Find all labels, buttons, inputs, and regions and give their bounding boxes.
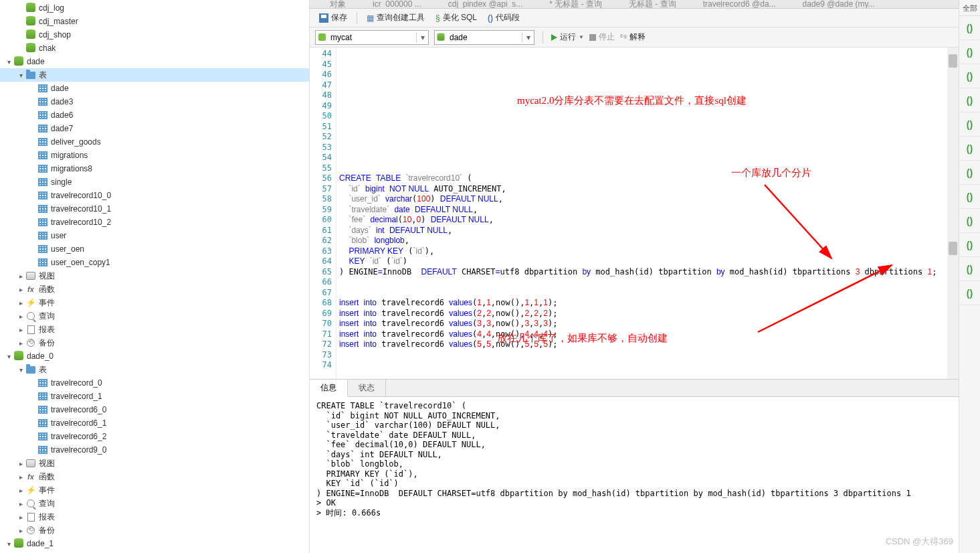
tree-item-travelrecord6_2[interactable]: travelrecord6_2 xyxy=(0,430,309,443)
expand-toggle[interactable]: ▸ xyxy=(16,473,25,481)
tree-item-表[interactable]: ▾表 xyxy=(0,363,309,376)
snippet-item[interactable]: () xyxy=(959,40,980,64)
tree-item-cdj_master[interactable]: cdj_master xyxy=(0,15,309,28)
tree-item-cdj_shop[interactable]: cdj_shop xyxy=(0,28,309,42)
tree-item-user_oen_copy1[interactable]: user_oen_copy1 xyxy=(0,256,309,269)
editor-tab[interactable]: icr_000000 ... xyxy=(373,0,421,9)
expand-toggle[interactable]: ▸ xyxy=(16,527,25,534)
tree-item-travelrecord9_0[interactable]: travelrecord9_0 xyxy=(0,443,309,457)
snippet-item[interactable]: () xyxy=(959,185,980,209)
expand-toggle[interactable]: ▾ xyxy=(16,366,25,374)
tree-item-dade3[interactable]: dade3 xyxy=(0,95,309,108)
annotation-1: mycat2.0分库分表不需要在去配置文件，直接sql创建 xyxy=(517,94,747,107)
tree-item-cdj_log[interactable]: cdj_log xyxy=(0,1,309,15)
tree-item-报表[interactable]: ▸报表 xyxy=(0,323,309,336)
code-snippet-button[interactable]: ()代码段 xyxy=(484,11,524,25)
right-sidebar-header[interactable]: 全部 xyxy=(959,0,980,16)
tree-item-travelrecord10_0[interactable]: travelrecord10_0 xyxy=(0,189,309,202)
results-output[interactable]: CREATE TABLE `travelrecord10` ( `id` big… xyxy=(310,397,959,553)
tab-info[interactable]: 信息 xyxy=(310,380,348,397)
sql-editor[interactable]: 44 45 46 47 48 49 50 51 52 53 54 55 56 5… xyxy=(310,48,959,379)
expand-toggle[interactable]: ▸ xyxy=(16,313,25,320)
editor-tab[interactable]: dade9 @dade (my... xyxy=(803,0,875,9)
expand-toggle[interactable]: ▸ xyxy=(16,500,25,507)
snippet-item[interactable]: () xyxy=(959,137,980,161)
expand-toggle[interactable]: ▾ xyxy=(4,540,13,548)
editor-tabs[interactable]: 对象icr_000000 ...cdj_pindex @api_s...* 无标… xyxy=(310,0,959,9)
tree-item-travelrecord10_2[interactable]: travelrecord10_2 xyxy=(0,216,309,229)
tree-item-查询[interactable]: ▸查询 xyxy=(0,497,309,510)
tree-item-user_oen[interactable]: user_oen xyxy=(0,242,309,256)
tab-status[interactable]: 状态 xyxy=(348,380,386,396)
expand-toggle[interactable]: ▾ xyxy=(4,58,13,66)
stop-button[interactable]: 停止 xyxy=(589,31,615,43)
expand-toggle[interactable]: ▸ xyxy=(16,286,25,293)
database-selector[interactable]: dade ▾ xyxy=(434,30,534,45)
tree-item-dade7[interactable]: dade7 xyxy=(0,122,309,135)
tree-item-dade6[interactable]: dade6 xyxy=(0,108,309,122)
tree-item-dade_0[interactable]: ▾dade_0 xyxy=(0,349,309,363)
tree-item-single[interactable]: single xyxy=(0,175,309,189)
db-icon xyxy=(25,16,36,27)
tree-item-travelrecord6_0[interactable]: travelrecord6_0 xyxy=(0,403,309,416)
tree-item-dade[interactable]: ▾dade xyxy=(0,55,309,68)
tree-item-事件[interactable]: ▸⚡事件 xyxy=(0,483,309,497)
tree-label: travelrecord_0 xyxy=(51,378,102,388)
tree-item-travelrecord10_1[interactable]: travelrecord10_1 xyxy=(0,202,309,216)
tree-item-travelrecord_1[interactable]: travelrecord_1 xyxy=(0,390,309,403)
run-button[interactable]: 运行▼ xyxy=(551,31,584,43)
paren-icon: () xyxy=(967,216,973,226)
event-icon: ⚡ xyxy=(25,485,36,495)
editor-scrollbar[interactable] xyxy=(947,48,959,379)
tree-item-chak[interactable]: chak xyxy=(0,42,309,55)
editor-tab[interactable]: cdj_pindex @api_s... xyxy=(448,0,523,9)
connection-selector[interactable]: mycat ▾ xyxy=(315,30,429,45)
expand-toggle[interactable]: ▸ xyxy=(16,460,25,467)
snippet-item[interactable]: () xyxy=(959,161,980,185)
tree-item-事件[interactable]: ▸⚡事件 xyxy=(0,296,309,309)
snippet-item[interactable]: () xyxy=(959,112,980,137)
tree-item-函数[interactable]: ▸fx函数 xyxy=(0,470,309,483)
tree-item-travelrecord6_1[interactable]: travelrecord6_1 xyxy=(0,416,309,430)
snippet-item[interactable]: () xyxy=(959,16,980,40)
tree-item-函数[interactable]: ▸fx函数 xyxy=(0,283,309,296)
tree-item-migrations[interactable]: migrations xyxy=(0,149,309,162)
tree-item-备份[interactable]: ▸备份 xyxy=(0,336,309,349)
tree-item-表[interactable]: ▾表 xyxy=(0,68,309,82)
tree-item-报表[interactable]: ▸报表 xyxy=(0,510,309,524)
beautify-sql-button[interactable]: §美化 SQL xyxy=(431,11,481,25)
editor-tab[interactable]: travelrecord6 @da... xyxy=(703,0,776,9)
snippet-item[interactable]: () xyxy=(959,281,980,305)
database-tree-sidebar[interactable]: cdj_logcdj_mastercdj_shopchak▾dade▾表dade… xyxy=(0,0,310,553)
editor-tab[interactable]: 对象 xyxy=(330,0,346,9)
expand-toggle[interactable]: ▸ xyxy=(16,339,25,347)
editor-tab[interactable]: 无标题 - 查询 xyxy=(629,0,676,9)
expand-toggle[interactable]: ▸ xyxy=(16,272,25,280)
tree-item-视图[interactable]: ▸视图 xyxy=(0,269,309,283)
tree-label: 函数 xyxy=(39,284,55,295)
snippet-item[interactable]: () xyxy=(959,88,980,112)
expand-toggle[interactable]: ▸ xyxy=(16,326,25,333)
expand-toggle[interactable]: ▾ xyxy=(16,72,25,79)
expand-toggle[interactable]: ▸ xyxy=(16,514,25,521)
tree-item-备份[interactable]: ▸备份 xyxy=(0,524,309,537)
tree-item-查询[interactable]: ▸查询 xyxy=(0,309,309,323)
snippet-item[interactable]: () xyxy=(959,64,980,88)
tree-item-dade_1[interactable]: ▾dade_1 xyxy=(0,537,309,550)
snippet-item[interactable]: () xyxy=(959,233,980,257)
tree-item-deliver_goods[interactable]: deliver_goods xyxy=(0,135,309,149)
tree-item-travelrecord_0[interactable]: travelrecord_0 xyxy=(0,376,309,390)
save-button[interactable]: 保存 xyxy=(315,11,351,25)
tree-item-视图[interactable]: ▸视图 xyxy=(0,457,309,470)
expand-toggle[interactable]: ▸ xyxy=(16,487,25,494)
snippet-item[interactable]: () xyxy=(959,209,980,233)
expand-toggle[interactable]: ▾ xyxy=(4,353,13,360)
editor-tab[interactable]: * 无标题 - 查询 xyxy=(549,0,602,9)
explain-button[interactable]: ᴱᵍ解释 xyxy=(620,31,646,43)
expand-toggle[interactable]: ▸ xyxy=(16,299,25,307)
query-builder-button[interactable]: ▦查询创建工具 xyxy=(363,11,429,25)
tree-item-user[interactable]: user xyxy=(0,229,309,242)
tree-item-migrations8[interactable]: migrations8 xyxy=(0,162,309,175)
tree-item-dade[interactable]: dade xyxy=(0,82,309,95)
snippet-item[interactable]: () xyxy=(959,257,980,281)
